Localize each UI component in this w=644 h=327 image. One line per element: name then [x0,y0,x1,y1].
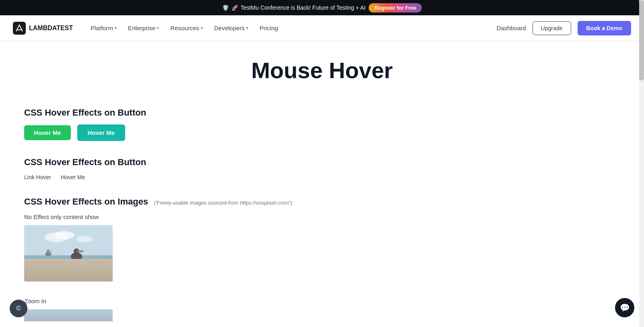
logo-text: LAMBDATEST [29,25,73,32]
dashboard-link[interactable]: Dashboard [496,25,526,31]
resources-chevron-icon: ▾ [201,26,203,30]
book-demo-button[interactable]: Book a Demo [578,21,631,35]
nav-developers-label: Developers [214,25,245,31]
hover-me-teal-button[interactable]: Hover Me [77,124,126,141]
image-subsection-no-effect: No Effect only content show [24,213,620,281]
banner-text: 🛡️ 🚀 TestMu Conference is Back! Future o… [222,4,366,11]
zoom-in-label: Zoom In [24,298,620,304]
logo-icon [13,22,26,35]
logo[interactable]: LAMBDATEST [13,22,73,35]
shield-icon: 🛡️ [222,4,229,11]
scrollbar-thumb[interactable] [639,0,644,81]
section-3-title: CSS Hover Effects on Images ('Freely-usa… [24,197,620,207]
nav-item-resources[interactable]: Resources ▾ [165,21,208,35]
svg-rect-0 [13,22,26,35]
section-2-title: CSS Hover Effects on Button [24,157,620,168]
zoom-in-image-partial [24,309,113,321]
svg-rect-6 [36,259,101,281]
banner-message: TestMu Conference is Back! Future of Tes… [241,4,366,11]
nav-item-enterprise[interactable]: Enterprise ▾ [123,21,164,35]
nav-platform-label: Platform [91,25,113,31]
svg-point-3 [54,231,74,239]
svg-rect-1 [24,225,113,257]
section-hover-buttons-2: CSS Hover Effects on Button Link Hover H… [24,157,620,180]
link-hover-row: Link Hover Hover Me [24,174,620,180]
nav-item-platform[interactable]: Platform ▾ [86,21,122,35]
section-hover-buttons-1: CSS Hover Effects on Button Hover Me Hov… [24,108,620,141]
nav-item-pricing[interactable]: Pricing [255,21,283,35]
svg-line-18 [72,260,74,265]
svg-rect-11 [40,259,43,281]
svg-rect-13 [72,259,75,281]
platform-chevron-icon: ▾ [115,26,117,30]
hover-me-link[interactable]: Hover Me [61,174,85,180]
top-banner: 🛡️ 🚀 TestMu Conference is Back! Future o… [0,0,644,15]
pelican-image [24,225,113,281]
chat-bubble-button[interactable]: 💬 [615,298,634,317]
navbar-left: LAMBDATEST Platform ▾ Enterprise ▾ Resou… [13,21,283,35]
bottom-left-widget[interactable]: © [10,300,27,317]
svg-rect-17 [76,250,84,252]
section-1-title: CSS Hover Effects on Button [24,108,620,118]
nav-resources-label: Resources [170,25,199,31]
svg-line-19 [78,260,79,265]
developers-chevron-icon: ▾ [246,26,248,30]
chat-icon: 💬 [620,303,630,313]
register-free-button[interactable]: Register for Free [369,3,422,12]
copyright-icon: © [16,305,21,312]
navbar: LAMBDATEST Platform ▾ Enterprise ▾ Resou… [0,15,644,41]
navbar-right: Dashboard Upgrade Book a Demo [496,21,631,35]
svg-rect-14 [89,259,91,281]
no-effect-label: No Effect only content show [24,213,620,220]
pelican-scene-svg [24,225,113,281]
svg-rect-5 [24,255,113,281]
main-content: Mouse Hover CSS Hover Effects on Button … [0,41,644,327]
upgrade-button[interactable]: Upgrade [533,21,571,35]
nav-menu: Platform ▾ Enterprise ▾ Resources ▾ Deve… [86,21,283,35]
nav-enterprise-label: Enterprise [128,25,155,31]
nav-pricing-label: Pricing [260,25,278,31]
section-zoom-in: Zoom In [24,298,620,321]
link-hover-link[interactable]: Link Hover [24,174,51,180]
hover-buttons-row-1: Hover Me Hover Me [24,124,620,141]
section-hover-images: CSS Hover Effects on Images ('Freely-usa… [24,197,620,281]
svg-point-4 [76,236,93,242]
page-title: Mouse Hover [24,57,620,83]
section-3-subtitle: ('Freely-usable images sourced from http… [154,200,292,206]
nav-item-developers[interactable]: Developers ▾ [209,21,253,35]
svg-rect-12 [56,259,59,281]
section-3-title-text: CSS Hover Effects on Images [24,197,148,207]
hover-me-green-button[interactable]: Hover Me [24,125,71,140]
scrollbar[interactable] [639,0,644,327]
svg-rect-22 [48,251,52,252]
enterprise-chevron-icon: ▾ [157,26,159,30]
rocket-icon: 🚀 [231,4,238,11]
